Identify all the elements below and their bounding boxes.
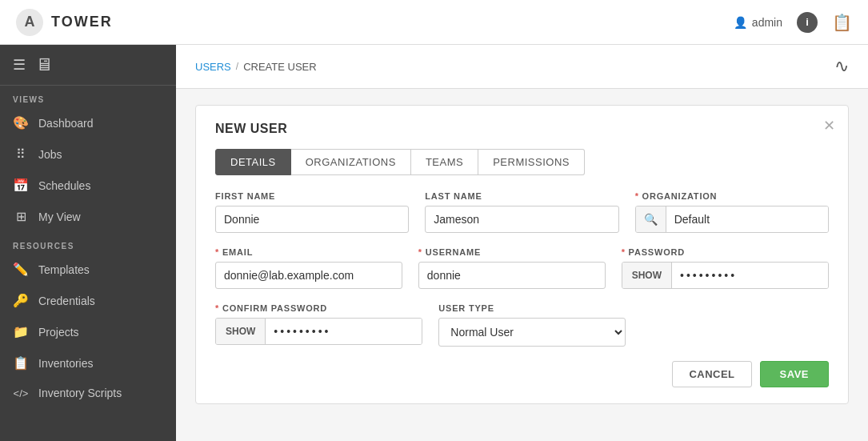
info-button[interactable]: i — [797, 12, 818, 33]
user-type-label: USER TYPE — [438, 303, 626, 313]
form-row-3: * CONFIRM PASSWORD SHOW USER TYPE Normal… — [215, 303, 829, 347]
breadcrumb-users-link[interactable]: USERS — [195, 61, 231, 73]
confirm-show-button[interactable]: SHOW — [216, 319, 266, 344]
topbar-left: A TOWER — [16, 9, 113, 36]
new-user-panel: NEW USER ✕ DETAILS ORGANIZATIONS TEAMS P… — [195, 105, 849, 404]
sidebar-item-schedules[interactable]: 📅 Schedules — [0, 170, 176, 201]
breadcrumb-current: CREATE USER — [243, 61, 317, 73]
user-type-select[interactable]: Normal User System Auditor System Admini… — [438, 318, 626, 347]
app-title: TOWER — [51, 14, 113, 30]
panel-area: NEW USER ✕ DETAILS ORGANIZATIONS TEAMS P… — [176, 89, 868, 441]
tab-details[interactable]: DETAILS — [215, 149, 291, 175]
organization-group: * ORGANIZATION 🔍 — [635, 191, 829, 233]
form-row-2: * EMAIL * USERNAME * — [215, 247, 829, 289]
username-group: * USERNAME — [418, 247, 606, 289]
sidebar-item-label: Jobs — [38, 148, 62, 161]
sidebar-item-credentials[interactable]: 🔑 Credentials — [0, 285, 176, 316]
panel-title: NEW USER — [215, 122, 829, 136]
first-name-input[interactable] — [215, 206, 409, 233]
password-input[interactable] — [672, 263, 828, 288]
dashboard-icon: 🎨 — [13, 115, 29, 130]
tab-organizations[interactable]: ORGANIZATIONS — [291, 149, 411, 175]
main-content: USERS / CREATE USER ∿ NEW USER ✕ DETAILS… — [176, 45, 868, 441]
sidebar-item-jobs[interactable]: ⠿ Jobs — [0, 138, 176, 170]
cancel-button[interactable]: CANCEL — [672, 361, 751, 387]
password-group: * PASSWORD SHOW — [622, 247, 829, 289]
sidebar-item-projects[interactable]: 📁 Projects — [0, 316, 176, 347]
tab-teams[interactable]: TEAMS — [411, 149, 478, 175]
first-name-group: FIRST NAME — [215, 191, 409, 233]
activity-stream-icon[interactable]: ∿ — [834, 56, 849, 77]
sidebar-item-inventories[interactable]: 📋 Inventories — [0, 347, 176, 379]
sidebar-item-label: Inventory Scripts — [38, 387, 122, 399]
organization-input-wrap: 🔍 — [635, 206, 829, 233]
sidebar-item-templates[interactable]: ✏️ Templates — [0, 254, 176, 285]
password-wrap: SHOW — [622, 262, 829, 289]
last-name-input[interactable] — [425, 206, 618, 233]
sidebar-item-label: Credentials — [38, 295, 95, 307]
layout: ☰ 🖥 VIEWS 🎨 Dashboard ⠿ Jobs 📅 Schedules… — [0, 45, 868, 441]
sidebar-item-label: Schedules — [38, 179, 90, 192]
email-label: * EMAIL — [215, 247, 402, 257]
tab-permissions[interactable]: PERMISSIONS — [478, 149, 585, 175]
username-label: * USERNAME — [418, 247, 606, 257]
organization-label: * ORGANIZATION — [635, 191, 829, 201]
admin-label: admin — [752, 16, 782, 29]
form-row-1: FIRST NAME LAST NAME * ORGANIZATION � — [215, 191, 829, 233]
hamburger-icon[interactable]: ☰ — [13, 56, 26, 74]
topbar-right: 👤 admin i 📋 — [734, 12, 852, 33]
sidebar-item-label: Templates — [38, 263, 90, 276]
last-name-label: LAST NAME — [425, 191, 618, 201]
save-button[interactable]: SAVE — [760, 361, 829, 387]
templates-icon: ✏️ — [13, 262, 29, 277]
tabs: DETAILS ORGANIZATIONS TEAMS PERMISSIONS — [215, 149, 829, 175]
inventories-icon: 📋 — [13, 355, 29, 371]
sidebar-item-label: Inventories — [38, 357, 93, 370]
sidebar-item-label: Projects — [38, 326, 79, 339]
sidebar-item-label: My View — [38, 210, 81, 223]
views-label: VIEWS — [0, 86, 176, 107]
schedules-icon: 📅 — [13, 178, 29, 193]
confirm-password-label: * CONFIRM PASSWORD — [215, 303, 422, 313]
sidebar-item-inventory-scripts[interactable]: </> Inventory Scripts — [0, 379, 176, 407]
jobs-icon: ⠿ — [13, 146, 29, 162]
sidebar-header: ☰ 🖥 — [0, 45, 176, 86]
last-name-group: LAST NAME — [425, 191, 618, 233]
confirm-password-input[interactable] — [266, 319, 422, 344]
user-icon: 👤 — [734, 16, 747, 29]
email-group: * EMAIL — [215, 247, 402, 289]
sidebar-item-myview[interactable]: ⊞ My View — [0, 201, 176, 232]
username-input[interactable] — [418, 262, 606, 289]
breadcrumb-separator: / — [236, 61, 238, 72]
password-label: * PASSWORD — [622, 247, 829, 257]
subheader: USERS / CREATE USER ∿ — [176, 45, 868, 89]
sidebar: ☰ 🖥 VIEWS 🎨 Dashboard ⠿ Jobs 📅 Schedules… — [0, 45, 176, 441]
topbar: A TOWER 👤 admin i 📋 — [0, 0, 868, 45]
panel-close-button[interactable]: ✕ — [823, 118, 835, 133]
admin-menu[interactable]: 👤 admin — [734, 16, 782, 29]
confirm-password-wrap: SHOW — [215, 318, 422, 345]
user-type-group: USER TYPE Normal User System Auditor Sys… — [438, 303, 626, 347]
organization-input[interactable] — [666, 206, 828, 232]
myview-icon: ⊞ — [13, 209, 29, 224]
breadcrumb: USERS / CREATE USER — [195, 61, 317, 73]
confirm-password-group: * CONFIRM PASSWORD SHOW — [215, 303, 422, 345]
projects-icon: 📁 — [13, 324, 29, 339]
inventory-scripts-icon: </> — [13, 387, 29, 399]
sidebar-page-icon: 🖥 — [35, 54, 53, 75]
panel-footer: CANCEL SAVE — [215, 361, 829, 387]
resources-label: RESOURCES — [0, 232, 176, 254]
password-show-button[interactable]: SHOW — [622, 263, 672, 288]
sidebar-item-dashboard[interactable]: 🎨 Dashboard — [0, 107, 176, 138]
first-name-label: FIRST NAME — [215, 191, 409, 201]
credentials-icon: 🔑 — [13, 293, 29, 308]
email-input[interactable] — [215, 262, 402, 289]
book-icon[interactable]: 📋 — [832, 13, 852, 32]
sidebar-item-label: Dashboard — [38, 117, 94, 130]
tower-logo: A — [16, 9, 43, 36]
organization-search-button[interactable]: 🔍 — [636, 206, 666, 232]
